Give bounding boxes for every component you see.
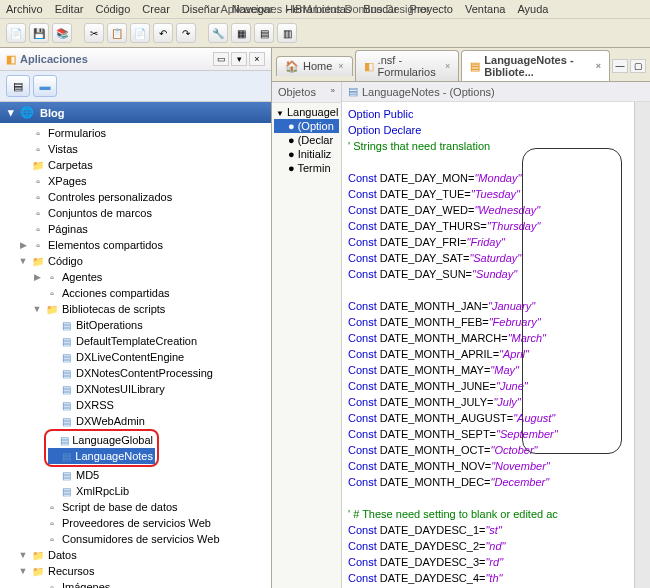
- redo-icon[interactable]: ↷: [176, 23, 196, 43]
- tree-item[interactable]: ▼📁Datos: [4, 547, 271, 563]
- twisty-icon[interactable]: ▶: [32, 272, 42, 282]
- navigator-tree[interactable]: ▫Formularios▫Vistas📁Carpetas▫XPages▫Cont…: [0, 123, 271, 588]
- tree-item[interactable]: ▤DXRSS: [4, 397, 271, 413]
- tree-item[interactable]: ▤XmlRpcLib: [4, 483, 271, 499]
- twisty-icon[interactable]: ▼: [276, 109, 284, 118]
- new-icon[interactable]: 📄: [6, 23, 26, 43]
- twisty-icon[interactable]: ▶: [18, 240, 28, 250]
- menu-editar[interactable]: Editar: [55, 3, 84, 15]
- editor-tab[interactable]: ◧.nsf - Formularios×: [355, 50, 460, 81]
- editor-tabs: 🏠Home×◧.nsf - Formularios×▤LanguageNotes…: [272, 48, 650, 81]
- outline-item[interactable]: ● (Option: [274, 119, 339, 133]
- copy-icon[interactable]: 📋: [107, 23, 127, 43]
- outline-item[interactable]: ● Initializ: [274, 147, 339, 161]
- code-line: Const DATE_DAYDESC_4="th": [348, 570, 628, 586]
- maximize-icon[interactable]: ▢: [630, 59, 646, 73]
- code-line: Const DATE_MONTH_FEB="February": [348, 314, 628, 330]
- tree-item[interactable]: ▤LanguageGlobal: [48, 432, 155, 448]
- tree-label: DXNotesContentProcessing: [76, 367, 213, 379]
- tab-close-icon[interactable]: ×: [338, 61, 343, 71]
- editor-tab[interactable]: 🏠Home×: [276, 56, 353, 76]
- panel-btn2-icon[interactable]: ▾: [231, 52, 247, 66]
- tree-item[interactable]: ▫XPages: [4, 173, 271, 189]
- tree-item[interactable]: ▫Vistas: [4, 141, 271, 157]
- code-line: Const DATE_DAYDESC_1="st": [348, 522, 628, 538]
- twisty-icon[interactable]: ▼: [18, 566, 28, 576]
- form-icon: ▫: [31, 126, 45, 140]
- tree-item[interactable]: ▼📁Bibliotecas de scripts: [4, 301, 271, 317]
- code-header-title: LanguageNotes - (Options): [362, 86, 495, 98]
- tree-label: DefaultTemplateCreation: [76, 335, 197, 347]
- twisty-icon[interactable]: ▼: [32, 304, 42, 314]
- menu-ventana[interactable]: Ventana: [465, 3, 505, 15]
- code-line: Const DATE_MONTH_OCT="October": [348, 442, 628, 458]
- paste-icon[interactable]: 📄: [130, 23, 150, 43]
- outline-tree[interactable]: ▼ Languagel● (Option● (Declar● Initializ…: [272, 103, 341, 177]
- twisty-icon[interactable]: ▼: [18, 550, 28, 560]
- tree-item[interactable]: ▫Consumidores de servicios Web: [4, 531, 271, 547]
- code-line: ' # These need setting to blank or edite…: [348, 506, 628, 522]
- vertical-scrollbar[interactable]: [634, 102, 650, 588]
- editor-tab[interactable]: ▤LanguageNotes - Bibliote...×: [461, 50, 610, 81]
- twisty-icon[interactable]: ▼: [18, 256, 28, 266]
- save-all-icon[interactable]: 📚: [52, 23, 72, 43]
- panel-close-icon[interactable]: ×: [249, 52, 265, 66]
- code-editor[interactable]: Option PublicOption Declare' Strings tha…: [342, 102, 634, 588]
- tree-item[interactable]: ▫Formularios: [4, 125, 271, 141]
- tree-item[interactable]: ▤DefaultTemplateCreation: [4, 333, 271, 349]
- tree-label: Imágenes: [62, 581, 110, 588]
- tree-item[interactable]: ▫Conjuntos de marcos: [4, 205, 271, 221]
- tree-item[interactable]: ▤DXLiveContentEngine: [4, 349, 271, 365]
- tree-item[interactable]: ▤MD5: [4, 467, 271, 483]
- tree-label: Código: [48, 255, 83, 267]
- menu-ayuda[interactable]: Ayuda: [517, 3, 548, 15]
- tab-close-icon[interactable]: ×: [596, 61, 601, 71]
- tool2-icon[interactable]: ▦: [231, 23, 251, 43]
- code-script-icon: ▤: [348, 85, 358, 98]
- menu-archivo[interactable]: Archivo: [6, 3, 43, 15]
- tree-item[interactable]: ▶▫Agentes: [4, 269, 271, 285]
- blog-globe-icon: 🌐: [20, 106, 34, 119]
- tab-close-icon[interactable]: ×: [445, 61, 450, 71]
- menu-diseñar[interactable]: Diseñar: [182, 3, 220, 15]
- tree-item[interactable]: ▶▫Elementos compartidos: [4, 237, 271, 253]
- tree-item[interactable]: ▫Controles personalizados: [4, 189, 271, 205]
- outline-item[interactable]: ▼ Languagel: [274, 105, 339, 119]
- tool3-icon[interactable]: ▤: [254, 23, 274, 43]
- tree-item[interactable]: ▫Páginas: [4, 221, 271, 237]
- menu-crear[interactable]: Crear: [142, 3, 170, 15]
- tool-icon[interactable]: 🔧: [208, 23, 228, 43]
- code-line: Const DATE_DAYDESC_2="nd": [348, 538, 628, 554]
- tool4-icon[interactable]: ▥: [277, 23, 297, 43]
- menu-código[interactable]: Código: [95, 3, 130, 15]
- img-icon: ▫: [45, 580, 59, 588]
- cut-icon[interactable]: ✂: [84, 23, 104, 43]
- tree-item[interactable]: ▫Script de base de datos: [4, 499, 271, 515]
- minimize-icon[interactable]: —: [612, 59, 628, 73]
- tree-label: BitOperations: [76, 319, 143, 331]
- tree-item[interactable]: ▫Proveedores de servicios Web: [4, 515, 271, 531]
- objects-dropdown-icon[interactable]: »: [331, 86, 335, 98]
- tree-item[interactable]: ▤DXNotesUILibrary: [4, 381, 271, 397]
- undo-icon[interactable]: ↶: [153, 23, 173, 43]
- db1-icon[interactable]: ▤: [6, 75, 30, 97]
- panel-btn1-icon[interactable]: ▭: [213, 52, 229, 66]
- tree-item[interactable]: ▫Imágenes: [4, 579, 271, 588]
- db2-icon[interactable]: ▬: [33, 75, 57, 97]
- outline-item[interactable]: ● (Declar: [274, 133, 339, 147]
- code-line: Const DATE_DAY_WED="Wednesday": [348, 202, 628, 218]
- tree-item[interactable]: ▤DXNotesContentProcessing: [4, 365, 271, 381]
- tree-item[interactable]: ▤DXWebAdmin: [4, 413, 271, 429]
- blog-expand-icon[interactable]: ▾: [8, 106, 14, 119]
- tree-item[interactable]: ▫Acciones compartidas: [4, 285, 271, 301]
- script-icon: ▤: [470, 60, 480, 73]
- outline-item[interactable]: ● Termin: [274, 161, 339, 175]
- blog-header[interactable]: ▾ 🌐 Blog: [0, 102, 271, 123]
- tree-item[interactable]: ▤BitOperations: [4, 317, 271, 333]
- tree-item[interactable]: ▼📁Código: [4, 253, 271, 269]
- tree-item[interactable]: ▤LanguageNotes: [48, 448, 155, 464]
- tree-item[interactable]: 📁Carpetas: [4, 157, 271, 173]
- tree-item[interactable]: ▼📁Recursos: [4, 563, 271, 579]
- wsc-icon: ▫: [45, 532, 59, 546]
- save-icon[interactable]: 💾: [29, 23, 49, 43]
